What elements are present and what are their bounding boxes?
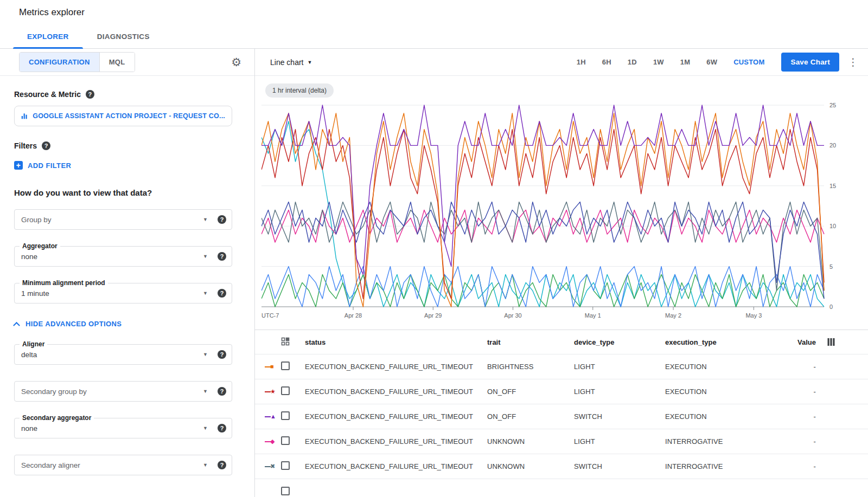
help-icon[interactable] — [42, 141, 50, 150]
row-checkbox[interactable] — [281, 487, 290, 495]
column-header-trait: trait — [487, 338, 574, 346]
range-6w-button[interactable]: 6W — [698, 55, 725, 69]
table-row: ✖EXECUTION_BACKEND_FAILURE_URL_TIMEOUTUN… — [255, 454, 868, 479]
tab-diagnostics[interactable]: DIAGNOSTICS — [83, 25, 164, 48]
legend-table-body: ■EXECUTION_BACKEND_FAILURE_URL_TIMEOUTBR… — [255, 354, 868, 497]
help-icon[interactable] — [86, 90, 94, 99]
sidebar-body: Resource & Metric GOOGLE ASSISTANT ACTIO… — [0, 76, 254, 475]
status-cell: EXECUTION_BACKEND_FAILURE_URL_TIMEOUT — [305, 412, 487, 421]
chevron-up-icon — [13, 322, 20, 329]
tab-explorer[interactable]: EXPLORER — [13, 25, 83, 48]
trait-cell: UNKNOWN — [487, 462, 574, 470]
chart-toolbar: Line chart ▼ 1H 6H 1D 1W 1M 6W CUSTOM Sa… — [255, 49, 868, 76]
secondary-aggregator-field-row: Secondary aggregator none ▼ — [14, 418, 240, 438]
range-1d-button[interactable]: 1D — [620, 55, 645, 69]
view-data-question: How do you want to view that data? — [14, 188, 240, 197]
help-icon[interactable] — [218, 252, 226, 261]
row-checkbox[interactable] — [281, 436, 290, 445]
secondary-aggregator-select[interactable]: Secondary aggregator none ▼ — [14, 418, 232, 438]
svg-text:5: 5 — [829, 263, 833, 270]
legend-grid-icon[interactable] — [281, 337, 290, 346]
range-1w-button[interactable]: 1W — [645, 55, 672, 69]
metric-selector-button[interactable]: GOOGLE ASSISTANT ACTION PROJECT - REQUES… — [14, 106, 232, 126]
range-1m-button[interactable]: 1M — [672, 55, 698, 69]
trait-cell: ON_OFF — [487, 412, 574, 421]
mode-toggle-group: CONFIGURATION MQL — [19, 52, 135, 72]
help-icon[interactable] — [218, 289, 226, 298]
svg-text:0: 0 — [829, 304, 833, 310]
help-icon[interactable] — [218, 461, 226, 469]
execution-type-cell: EXECUTION — [665, 412, 774, 421]
svg-text:15: 15 — [829, 183, 836, 189]
configuration-tab[interactable]: CONFIGURATION — [20, 53, 99, 72]
execution-type-cell: EXECUTION — [665, 363, 774, 371]
add-filter-label: ADD FILTER — [28, 162, 71, 170]
group-by-select[interactable]: Group by ▼ — [14, 209, 232, 230]
chart-type-dropdown[interactable]: Line chart ▼ — [270, 58, 312, 67]
advanced-toggle-label: HIDE ADVANCED OPTIONS — [25, 320, 122, 328]
value-cell: - — [774, 462, 816, 470]
svg-text:20: 20 — [829, 142, 836, 149]
line-chart-svg[interactable]: 0510152025UTC-7Apr 28Apr 29Apr 30May 1Ma… — [261, 100, 850, 325]
help-icon[interactable] — [218, 424, 226, 433]
device-type-cell: LIGHT — [574, 363, 665, 371]
help-icon[interactable] — [218, 387, 226, 396]
range-6h-button[interactable]: 6H — [594, 55, 620, 69]
edit-columns-icon[interactable] — [827, 338, 835, 346]
aligner-select[interactable]: Aligner delta ▼ — [14, 344, 232, 365]
column-header-device-type: device_type — [574, 338, 665, 346]
help-icon[interactable] — [218, 350, 226, 359]
add-filter-button[interactable]: + ADD FILTER — [14, 161, 71, 170]
row-checkbox[interactable] — [281, 386, 290, 395]
range-1h-button[interactable]: 1H — [569, 55, 594, 69]
secondary-aligner-field-row: Secondary aligner ▼ — [14, 455, 240, 475]
chevron-down-icon: ▼ — [203, 254, 208, 259]
aligner-field-row: Aligner delta ▼ — [14, 344, 240, 365]
table-row-partial — [255, 479, 868, 497]
hide-advanced-options-toggle[interactable]: HIDE ADVANCED OPTIONS — [14, 320, 122, 328]
series-marker-icon: ◆ — [265, 438, 281, 444]
svg-text:May 2: May 2 — [665, 312, 681, 319]
value-cell: - — [774, 412, 816, 421]
help-icon[interactable] — [218, 215, 226, 224]
row-checkbox[interactable] — [281, 461, 290, 470]
column-header-execution-type: execution_type — [665, 338, 774, 346]
table-row: ◆EXECUTION_BACKEND_FAILURE_URL_TIMEOUTUN… — [255, 429, 868, 454]
range-custom-button[interactable]: CUSTOM — [725, 55, 773, 69]
sidebar-header: CONFIGURATION MQL ⚙ — [0, 49, 254, 76]
status-cell: EXECUTION_BACKEND_FAILURE_URL_TIMEOUT — [305, 462, 487, 470]
aggregator-select[interactable]: Aggregator none ▼ — [14, 246, 232, 267]
secondary-aligner-select[interactable]: Secondary aligner ▼ — [14, 455, 232, 475]
row-checkbox[interactable] — [281, 362, 290, 370]
secondary-group-by-field-row: Secondary group by ▼ — [14, 381, 240, 402]
execution-type-cell: INTERROGATIVE — [665, 462, 774, 470]
svg-text:May 3: May 3 — [745, 312, 762, 319]
alignment-period-field-row: Minimum alignment period 1 minute ▼ — [14, 283, 240, 304]
chart-panel: Line chart ▼ 1H 6H 1D 1W 1M 6W CUSTOM Sa… — [255, 49, 868, 497]
more-options-icon[interactable]: ⋮ — [848, 57, 858, 67]
legend-table-header: status trait device_type execution_type … — [255, 330, 868, 354]
mql-tab[interactable]: MQL — [99, 53, 135, 72]
filters-label: Filters — [14, 141, 240, 150]
value-cell: - — [774, 363, 816, 371]
series-marker-icon: ★ — [265, 389, 281, 395]
chevron-down-icon: ▼ — [203, 291, 208, 296]
svg-text:Apr 30: Apr 30 — [504, 312, 521, 319]
chevron-down-icon: ▼ — [203, 389, 208, 394]
line-chart[interactable]: 0510152025UTC-7Apr 28Apr 29Apr 30May 1Ma… — [261, 100, 868, 326]
chevron-down-icon: ▼ — [307, 60, 312, 65]
svg-text:25: 25 — [829, 102, 836, 108]
table-row: ▲EXECUTION_BACKEND_FAILURE_URL_TIMEOUTON… — [255, 404, 868, 429]
trait-cell: ON_OFF — [487, 388, 574, 396]
device-type-cell: LIGHT — [574, 437, 665, 446]
trait-cell: UNKNOWN — [487, 437, 574, 446]
alignment-period-select[interactable]: Minimum alignment period 1 minute ▼ — [14, 283, 232, 304]
secondary-group-by-select[interactable]: Secondary group by ▼ — [14, 381, 232, 402]
value-cell: - — [774, 388, 816, 396]
gear-icon[interactable]: ⚙ — [231, 56, 241, 68]
configuration-panel: CONFIGURATION MQL ⚙ Resource & Metric GO… — [0, 49, 255, 497]
series-marker-icon: ✖ — [265, 463, 281, 469]
save-chart-button[interactable]: Save Chart — [781, 53, 839, 72]
row-checkbox[interactable] — [281, 411, 290, 420]
trait-cell: BRIGHTNESS — [487, 363, 574, 371]
